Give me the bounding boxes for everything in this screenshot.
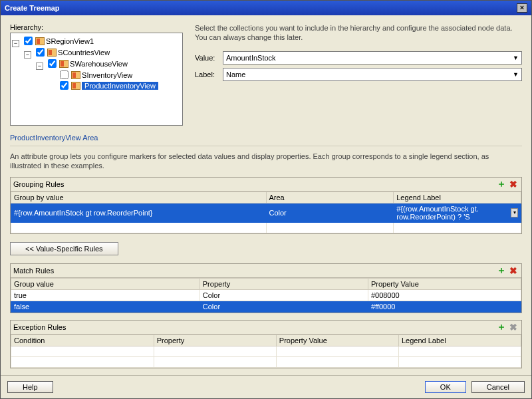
- cell-group-by-value[interactable]: #{row.AmountInStock gt row.ReorderPoint}: [11, 203, 267, 223]
- label-label: Label:: [195, 70, 219, 78]
- value-specific-rules-button[interactable]: << Value-Specific Rules: [10, 242, 118, 255]
- cell-legend-label[interactable]: #{(row.AmountInStock gt. row.ReorderPoin…: [394, 203, 521, 223]
- footer: Help OK Cancel: [1, 375, 531, 398]
- spacer: [48, 72, 55, 79]
- col-property-value: Property Value: [276, 335, 398, 346]
- col-condition: Condition: [11, 335, 154, 346]
- tree-item-label: SCountriesView: [58, 49, 110, 57]
- tree-checkbox[interactable]: [36, 48, 45, 57]
- match-rules-title: Match Rules: [13, 267, 54, 275]
- collapse-icon[interactable]: −: [12, 40, 19, 47]
- tree-checkbox[interactable]: [24, 37, 33, 45]
- value-label: Value:: [195, 54, 219, 62]
- grouping-rules-title: Grouping Rules: [13, 180, 64, 188]
- tree-item-label[interactable]: ProductInventoryView: [82, 82, 158, 90]
- view-icon: [71, 82, 80, 90]
- cell-property-value[interactable]: #008000: [368, 290, 521, 301]
- instruction-text: Select the collections you want to inclu…: [195, 23, 522, 42]
- divider: [10, 146, 522, 146]
- spacer: [48, 82, 55, 90]
- add-icon[interactable]: ＋: [496, 322, 507, 332]
- help-button[interactable]: Help: [7, 381, 53, 393]
- tree-item-label: SRegionView1: [46, 37, 94, 45]
- view-icon: [47, 49, 57, 57]
- collapse-icon[interactable]: −: [24, 51, 31, 59]
- hierarchy-tree[interactable]: − SRegionView1 −: [10, 33, 183, 126]
- dialog-title: Create Treemap: [5, 4, 60, 12]
- exception-rules-panel: Exception Rules ＋ ✖ Condition Property P…: [10, 320, 522, 368]
- table-row: [11, 357, 521, 368]
- col-property: Property: [154, 335, 276, 346]
- col-property-value: Property Value: [368, 279, 521, 290]
- col-property: Property: [200, 279, 368, 290]
- table-header-row: Group by value Area Legend Label: [11, 192, 521, 203]
- label-selected: Name: [226, 70, 245, 78]
- cell-group-value[interactable]: true: [11, 290, 200, 301]
- tree-checkbox[interactable]: [60, 81, 68, 90]
- tree-checkbox[interactable]: [48, 59, 57, 68]
- value-combo[interactable]: AmountInStock ▼: [223, 51, 522, 65]
- exception-rules-table[interactable]: Condition Property Property Value Legend…: [11, 334, 521, 368]
- grouping-rules-table[interactable]: Group by value Area Legend Label #{row.A…: [11, 192, 521, 233]
- cell-property[interactable]: Color: [200, 301, 368, 313]
- ok-button[interactable]: OK: [425, 381, 466, 393]
- collapse-icon[interactable]: −: [36, 63, 43, 70]
- table-row[interactable]: false Color #ff0000: [11, 301, 521, 313]
- dialog: Create Treemap × Hierarchy: − SRegionVie…: [0, 0, 532, 399]
- cell-area[interactable]: Color: [266, 203, 394, 223]
- content: Hierarchy: − SRegionView1: [1, 15, 531, 375]
- area-description: An attribute group lets you configure ma…: [10, 152, 522, 170]
- cell-legend-text: #{(row.AmountInStock gt. row.ReorderPoin…: [396, 205, 511, 221]
- add-icon[interactable]: ＋: [496, 265, 507, 276]
- value-selected: AmountInStock: [226, 54, 276, 62]
- title-bar: Create Treemap ×: [1, 1, 531, 15]
- tree-item-label: SWarehouseView: [70, 60, 128, 68]
- chevron-down-icon[interactable]: ▾: [511, 208, 518, 217]
- view-icon: [35, 37, 45, 45]
- exception-rules-title: Exception Rules: [13, 323, 66, 331]
- col-legend-label: Legend Label: [394, 192, 521, 203]
- view-icon: [59, 60, 68, 68]
- delete-icon[interactable]: ✖: [508, 265, 519, 276]
- match-rules-table[interactable]: Group value Property Property Value true…: [11, 278, 521, 313]
- label-combo[interactable]: Name ▼: [223, 68, 522, 81]
- cell-property-value[interactable]: #ff0000: [368, 301, 521, 313]
- cancel-button[interactable]: Cancel: [471, 381, 525, 393]
- area-section-title: ProductInventoryView Area: [10, 134, 522, 142]
- match-rules-panel: Match Rules ＋ ✖ Group value Property Pro…: [10, 263, 522, 313]
- view-icon: [71, 71, 80, 79]
- col-legend-label: Legend Label: [398, 335, 521, 346]
- cell-property[interactable]: Color: [200, 290, 368, 301]
- col-area: Area: [266, 192, 394, 203]
- col-group-by-value: Group by value: [11, 192, 267, 203]
- col-group-value: Group value: [11, 279, 200, 290]
- table-row: [11, 223, 521, 233]
- hierarchy-label: Hierarchy:: [10, 23, 183, 31]
- chevron-down-icon: ▼: [513, 55, 519, 61]
- table-header-row: Condition Property Property Value Legend…: [11, 335, 521, 346]
- add-icon[interactable]: ＋: [496, 179, 507, 190]
- tree-item-label: SInventoryView: [82, 71, 132, 79]
- table-row[interactable]: true Color #008000: [11, 290, 521, 301]
- cell-group-value[interactable]: false: [11, 301, 200, 313]
- table-row[interactable]: #{row.AmountInStock gt row.ReorderPoint}…: [11, 203, 521, 223]
- delete-icon[interactable]: ✖: [508, 179, 519, 190]
- tree-checkbox[interactable]: [60, 70, 68, 79]
- close-icon[interactable]: ×: [517, 3, 527, 13]
- delete-icon: ✖: [508, 322, 519, 332]
- table-row: [11, 346, 521, 357]
- chevron-down-icon: ▼: [513, 71, 519, 78]
- grouping-rules-panel: Grouping Rules ＋ ✖ Group by value Area L…: [10, 177, 522, 234]
- table-header-row: Group value Property Property Value: [11, 279, 521, 290]
